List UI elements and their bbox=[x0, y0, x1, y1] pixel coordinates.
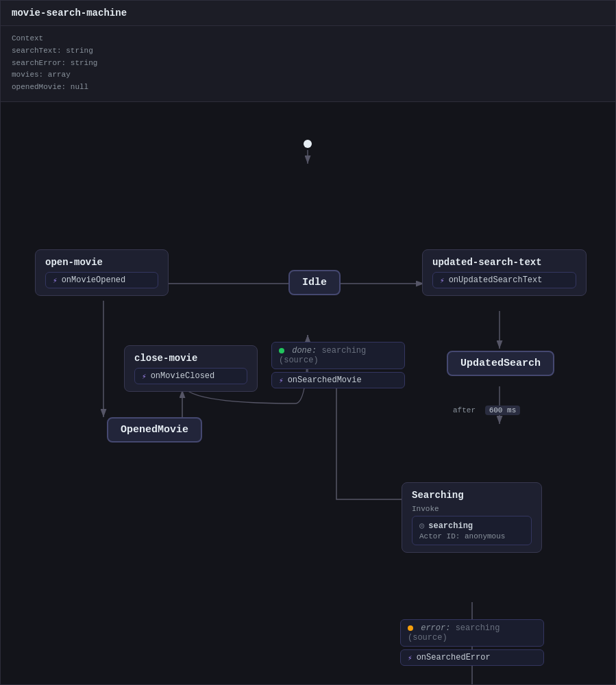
done-event-box: ⚡ onSearchedMovie bbox=[271, 372, 405, 388]
initial-dot bbox=[304, 140, 312, 148]
close-movie-node: close-movie ⚡ onMovieClosed bbox=[124, 345, 258, 392]
opened-movie-label: OpenedMovie bbox=[121, 424, 188, 436]
context-item-1: searchError: string bbox=[12, 58, 604, 70]
updated-search-text-event-label: onUpdatedSearchText bbox=[449, 275, 543, 285]
clock-icon: ◎ bbox=[419, 521, 424, 531]
lightning-icon-1: ⚡ bbox=[53, 276, 58, 285]
error-transition-container: error: searching (source) ⚡ onSearchedEr… bbox=[400, 619, 544, 666]
invoke-box: ◎ searching Actor ID: anonymous bbox=[412, 516, 532, 545]
error-event-box: ⚡ onSearchedError bbox=[400, 649, 544, 666]
done-transition-container: done: searching (source) ⚡ onSearchedMov… bbox=[271, 342, 405, 388]
context-panel: Context searchText: string searchError: … bbox=[1, 26, 615, 102]
app-container: movie-search-machine Context searchText:… bbox=[0, 0, 616, 685]
after-label: after bbox=[453, 406, 476, 414]
error-event-label: onSearchedError bbox=[417, 653, 491, 662]
opened-movie-state: OpenedMovie bbox=[107, 417, 202, 443]
done-text: done: bbox=[292, 346, 317, 356]
idle-state: Idle bbox=[288, 270, 341, 295]
arrows-svg bbox=[1, 102, 615, 684]
updated-search-text-title: updated-search-text bbox=[432, 257, 576, 268]
idle-label: Idle bbox=[302, 277, 327, 288]
invoke-name-row: ◎ searching bbox=[419, 521, 524, 531]
error-transition-box: error: searching (source) bbox=[400, 619, 544, 647]
updated-search-label: UpdatedSearch bbox=[460, 358, 541, 369]
open-movie-title: open-movie bbox=[45, 257, 158, 268]
context-item-3: openedMovie: null bbox=[12, 82, 604, 94]
context-item-0: searchText: string bbox=[12, 45, 604, 58]
lightning-icon-3: ⚡ bbox=[440, 276, 445, 285]
updated-search-state: UpdatedSearch bbox=[447, 351, 554, 376]
open-movie-node: open-movie ⚡ onMovieOpened bbox=[35, 249, 169, 296]
done-transition-box: done: searching (source) bbox=[271, 342, 405, 369]
title-bar: movie-search-machine bbox=[1, 1, 615, 26]
open-movie-event-label: onMovieOpened bbox=[62, 275, 126, 285]
searching-title: Searching bbox=[412, 490, 532, 501]
lightning-icon-5: ⚡ bbox=[408, 653, 412, 662]
lightning-icon-2: ⚡ bbox=[142, 372, 147, 381]
close-movie-event: ⚡ onMovieClosed bbox=[134, 368, 247, 384]
done-event-label: onSearchedMovie bbox=[288, 375, 362, 385]
invoke-label: Invoke bbox=[412, 505, 532, 513]
after-value: 600 ms bbox=[485, 406, 521, 415]
close-movie-event-label: onMovieClosed bbox=[151, 371, 215, 381]
dot-error bbox=[408, 625, 413, 631]
dot-done bbox=[279, 348, 284, 353]
updated-search-text-node: updated-search-text ⚡ onUpdatedSearchTex… bbox=[422, 249, 587, 296]
app-title: movie-search-machine bbox=[12, 8, 127, 18]
context-item-2: movies: array bbox=[12, 69, 604, 82]
lightning-icon-4: ⚡ bbox=[279, 376, 284, 385]
error-text: error: bbox=[421, 623, 450, 633]
context-label: Context bbox=[12, 34, 604, 42]
updated-search-text-event: ⚡ onUpdatedSearchText bbox=[432, 272, 576, 288]
close-movie-title: close-movie bbox=[134, 353, 247, 364]
after-container: after 600 ms bbox=[453, 403, 520, 416]
invoke-name-label: searching bbox=[428, 521, 473, 531]
diagram-area: Idle open-movie ⚡ onMovieOpened close-mo… bbox=[1, 102, 615, 684]
invoke-actor: Actor ID: anonymous bbox=[419, 532, 524, 540]
open-movie-event: ⚡ onMovieOpened bbox=[45, 272, 158, 288]
searching-node: Searching Invoke ◎ searching Actor ID: a… bbox=[402, 482, 542, 553]
